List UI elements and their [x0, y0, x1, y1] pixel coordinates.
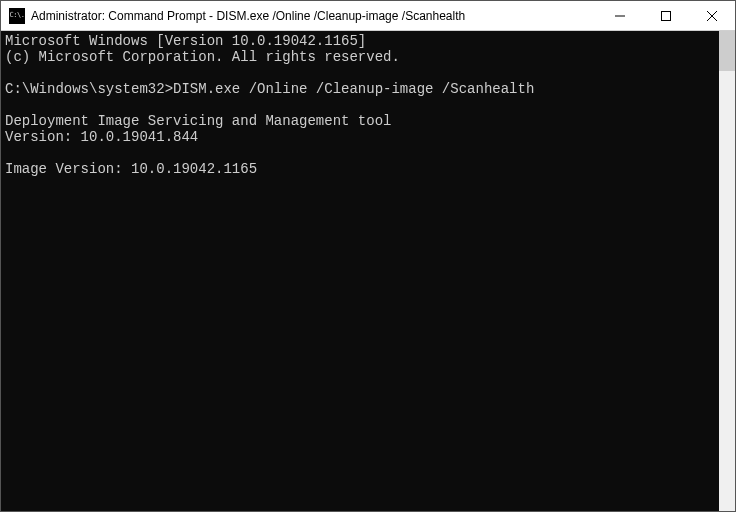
maximize-button[interactable]	[643, 1, 689, 30]
minimize-icon	[615, 11, 625, 21]
console-line: Microsoft Windows [Version 10.0.19042.11…	[5, 33, 715, 49]
console-line: Deployment Image Servicing and Managemen…	[5, 113, 715, 129]
minimize-button[interactable]	[597, 1, 643, 30]
console-line: Image Version: 10.0.19042.1165	[5, 161, 715, 177]
maximize-icon	[661, 11, 671, 21]
console-line	[5, 177, 715, 193]
console-line	[5, 145, 715, 161]
window-titlebar: C:\. Administrator: Command Prompt - DIS…	[1, 1, 735, 31]
console-line	[5, 97, 715, 113]
window-title: Administrator: Command Prompt - DISM.exe…	[31, 9, 597, 23]
console-line: C:\Windows\system32>DISM.exe /Online /Cl…	[5, 81, 715, 97]
window-controls	[597, 1, 735, 30]
close-icon	[707, 11, 717, 21]
vertical-scrollbar[interactable]	[719, 31, 735, 511]
scrollbar-thumb[interactable]	[719, 31, 735, 71]
svg-rect-1	[662, 11, 671, 20]
console-line	[5, 65, 715, 81]
console-line: (c) Microsoft Corporation. All rights re…	[5, 49, 715, 65]
console-area: Microsoft Windows [Version 10.0.19042.11…	[1, 31, 735, 511]
console-line: Version: 10.0.19041.844	[5, 129, 715, 145]
console-output[interactable]: Microsoft Windows [Version 10.0.19042.11…	[1, 31, 719, 511]
cmd-icon-glyph: C:\.	[10, 12, 25, 19]
cmd-icon: C:\.	[9, 8, 25, 24]
close-button[interactable]	[689, 1, 735, 30]
